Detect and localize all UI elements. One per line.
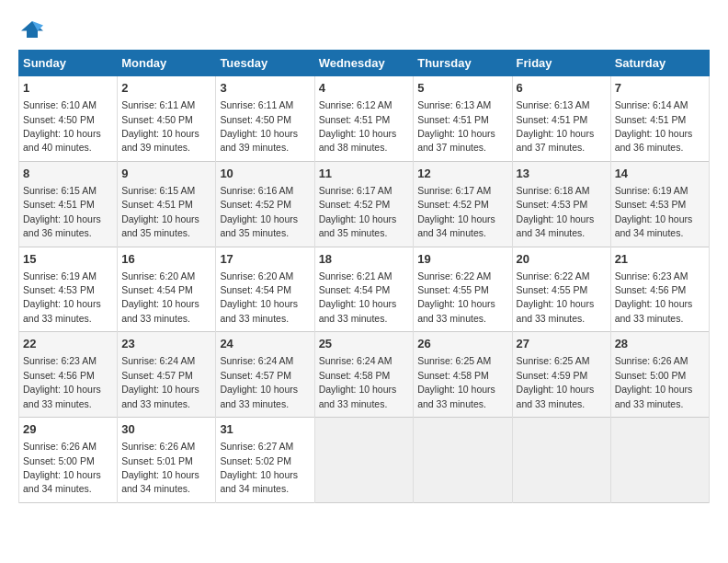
calendar-table: SundayMondayTuesdayWednesdayThursdayFrid… [18, 50, 710, 503]
header-saturday: Saturday [610, 51, 709, 76]
calendar-cell: 27Sunrise: 6:25 AMSunset: 4:59 PMDayligh… [512, 332, 610, 418]
calendar-cell: 10Sunrise: 6:16 AMSunset: 4:52 PMDayligh… [216, 161, 314, 247]
day-info: Sunrise: 6:14 AMSunset: 4:51 PMDaylight:… [615, 99, 693, 153]
calendar-cell: 5Sunrise: 6:13 AMSunset: 4:51 PMDaylight… [414, 76, 512, 162]
calendar-cell: 9Sunrise: 6:15 AMSunset: 4:51 PMDaylight… [118, 161, 216, 247]
day-number: 15 [23, 251, 113, 268]
day-info: Sunrise: 6:27 AMSunset: 5:02 PMDaylight:… [220, 441, 298, 494]
day-info: Sunrise: 6:13 AMSunset: 4:51 PMDaylight:… [417, 99, 495, 153]
calendar-cell: 16Sunrise: 6:20 AMSunset: 4:54 PMDayligh… [118, 247, 216, 332]
calendar-cell: 25Sunrise: 6:24 AMSunset: 4:58 PMDayligh… [314, 332, 414, 418]
day-number: 28 [615, 336, 705, 352]
day-info: Sunrise: 6:18 AMSunset: 4:53 PMDaylight:… [517, 185, 595, 238]
day-number: 16 [121, 251, 211, 268]
calendar-cell [610, 418, 709, 503]
day-number: 5 [417, 80, 507, 97]
calendar-cell: 11Sunrise: 6:17 AMSunset: 4:52 PMDayligh… [314, 161, 414, 247]
header-row: SundayMondayTuesdayWednesdayThursdayFrid… [19, 51, 710, 76]
calendar-cell [314, 418, 414, 503]
day-number: 25 [319, 336, 410, 352]
header-tuesday: Tuesday [216, 51, 314, 76]
calendar-cell: 28Sunrise: 6:26 AMSunset: 5:00 PMDayligh… [610, 332, 709, 418]
day-number: 8 [23, 166, 113, 182]
logo-icon [18, 18, 46, 40]
calendar-cell: 4Sunrise: 6:12 AMSunset: 4:51 PMDaylight… [314, 76, 414, 162]
day-info: Sunrise: 6:17 AMSunset: 4:52 PMDaylight:… [319, 185, 397, 238]
day-info: Sunrise: 6:22 AMSunset: 4:55 PMDaylight:… [517, 270, 595, 324]
logo [18, 18, 50, 40]
day-number: 26 [417, 336, 507, 352]
day-number: 17 [220, 251, 310, 268]
calendar-cell: 24Sunrise: 6:24 AMSunset: 4:57 PMDayligh… [216, 332, 314, 418]
day-number: 4 [319, 80, 410, 97]
calendar-cell [414, 418, 512, 503]
day-number: 2 [121, 80, 211, 97]
day-info: Sunrise: 6:20 AMSunset: 4:54 PMDaylight:… [121, 270, 199, 324]
day-number: 11 [319, 166, 410, 182]
day-info: Sunrise: 6:11 AMSunset: 4:50 PMDaylight:… [220, 99, 298, 153]
day-info: Sunrise: 6:26 AMSunset: 5:01 PMDaylight:… [121, 441, 199, 494]
day-info: Sunrise: 6:26 AMSunset: 5:00 PMDaylight:… [23, 441, 101, 494]
day-info: Sunrise: 6:25 AMSunset: 4:59 PMDaylight:… [517, 355, 595, 408]
calendar-cell: 21Sunrise: 6:23 AMSunset: 4:56 PMDayligh… [610, 247, 709, 332]
day-number: 31 [220, 421, 310, 438]
calendar-cell: 30Sunrise: 6:26 AMSunset: 5:01 PMDayligh… [118, 418, 216, 503]
day-number: 24 [220, 336, 310, 352]
week-row-3: 15Sunrise: 6:19 AMSunset: 4:53 PMDayligh… [19, 247, 710, 332]
calendar-cell: 12Sunrise: 6:17 AMSunset: 4:52 PMDayligh… [414, 161, 512, 247]
day-info: Sunrise: 6:25 AMSunset: 4:58 PMDaylight:… [417, 355, 495, 408]
page-header [18, 18, 710, 40]
day-info: Sunrise: 6:10 AMSunset: 4:50 PMDaylight:… [23, 99, 101, 153]
calendar-cell: 19Sunrise: 6:22 AMSunset: 4:55 PMDayligh… [414, 247, 512, 332]
day-number: 10 [220, 166, 310, 182]
calendar-cell: 3Sunrise: 6:11 AMSunset: 4:50 PMDaylight… [216, 76, 314, 162]
day-info: Sunrise: 6:15 AMSunset: 4:51 PMDaylight:… [121, 185, 199, 238]
day-info: Sunrise: 6:26 AMSunset: 5:00 PMDaylight:… [615, 355, 693, 408]
day-info: Sunrise: 6:11 AMSunset: 4:50 PMDaylight:… [121, 99, 199, 153]
week-row-1: 1Sunrise: 6:10 AMSunset: 4:50 PMDaylight… [19, 76, 710, 162]
calendar-cell: 15Sunrise: 6:19 AMSunset: 4:53 PMDayligh… [19, 247, 118, 332]
header-monday: Monday [118, 51, 216, 76]
header-sunday: Sunday [19, 51, 118, 76]
day-number: 29 [23, 421, 113, 438]
day-info: Sunrise: 6:16 AMSunset: 4:52 PMDaylight:… [220, 185, 298, 238]
day-info: Sunrise: 6:24 AMSunset: 4:57 PMDaylight:… [220, 355, 298, 408]
calendar-cell: 18Sunrise: 6:21 AMSunset: 4:54 PMDayligh… [314, 247, 414, 332]
day-number: 1 [23, 80, 113, 97]
svg-marker-0 [21, 21, 43, 38]
calendar-cell: 17Sunrise: 6:20 AMSunset: 4:54 PMDayligh… [216, 247, 314, 332]
calendar-cell: 6Sunrise: 6:13 AMSunset: 4:51 PMDaylight… [512, 76, 610, 162]
day-number: 23 [121, 336, 211, 352]
day-info: Sunrise: 6:20 AMSunset: 4:54 PMDaylight:… [220, 270, 298, 324]
day-info: Sunrise: 6:13 AMSunset: 4:51 PMDaylight:… [517, 99, 595, 153]
day-info: Sunrise: 6:23 AMSunset: 4:56 PMDaylight:… [23, 355, 101, 408]
calendar-cell: 31Sunrise: 6:27 AMSunset: 5:02 PMDayligh… [216, 418, 314, 503]
day-info: Sunrise: 6:24 AMSunset: 4:58 PMDaylight:… [319, 355, 397, 408]
calendar-cell: 23Sunrise: 6:24 AMSunset: 4:57 PMDayligh… [118, 332, 216, 418]
day-info: Sunrise: 6:21 AMSunset: 4:54 PMDaylight:… [319, 270, 397, 324]
day-info: Sunrise: 6:19 AMSunset: 4:53 PMDaylight:… [23, 270, 101, 324]
day-info: Sunrise: 6:24 AMSunset: 4:57 PMDaylight:… [121, 355, 199, 408]
day-number: 7 [615, 80, 705, 97]
calendar-cell: 20Sunrise: 6:22 AMSunset: 4:55 PMDayligh… [512, 247, 610, 332]
day-info: Sunrise: 6:17 AMSunset: 4:52 PMDaylight:… [417, 185, 495, 238]
day-number: 21 [615, 251, 705, 268]
day-info: Sunrise: 6:23 AMSunset: 4:56 PMDaylight:… [615, 270, 693, 324]
calendar-cell: 2Sunrise: 6:11 AMSunset: 4:50 PMDaylight… [118, 76, 216, 162]
day-info: Sunrise: 6:12 AMSunset: 4:51 PMDaylight:… [319, 99, 397, 153]
week-row-4: 22Sunrise: 6:23 AMSunset: 4:56 PMDayligh… [19, 332, 710, 418]
calendar-cell: 1Sunrise: 6:10 AMSunset: 4:50 PMDaylight… [19, 76, 118, 162]
calendar-cell: 14Sunrise: 6:19 AMSunset: 4:53 PMDayligh… [610, 161, 709, 247]
calendar-cell [512, 418, 610, 503]
day-number: 27 [517, 336, 607, 352]
day-number: 18 [319, 251, 410, 268]
header-friday: Friday [512, 51, 610, 76]
day-number: 30 [121, 421, 211, 438]
day-number: 13 [517, 166, 607, 182]
day-number: 20 [517, 251, 607, 268]
calendar-cell: 26Sunrise: 6:25 AMSunset: 4:58 PMDayligh… [414, 332, 512, 418]
day-number: 3 [220, 80, 310, 97]
day-number: 14 [615, 166, 705, 182]
day-number: 6 [517, 80, 607, 97]
header-wednesday: Wednesday [314, 51, 414, 76]
